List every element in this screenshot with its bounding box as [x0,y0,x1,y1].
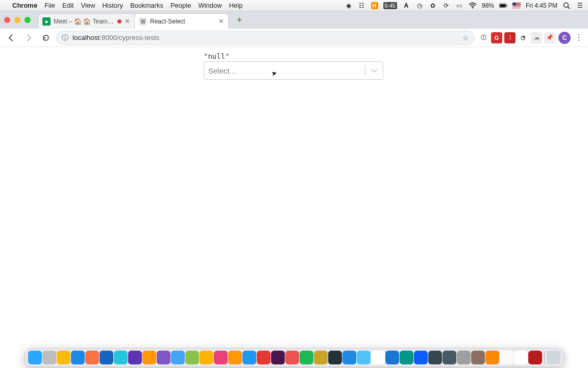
menu-bookmarks[interactable]: Bookmarks [130,2,163,9]
chevron-down-icon[interactable] [370,66,379,75]
dock-preview[interactable] [471,351,485,364]
dock-trash[interactable] [547,351,560,364]
dock-app-grey[interactable] [457,351,471,364]
nav-forward-button[interactable] [21,31,36,45]
chrome-menu-button[interactable]: ⋮ [574,33,584,42]
dock-app-blue3[interactable] [385,351,399,364]
nav-back-button[interactable] [4,31,18,45]
dock-finder[interactable] [28,351,42,364]
status-clock-text[interactable]: Fri 4:45 PM [526,2,557,9]
dock-books[interactable] [228,351,242,364]
menu-view[interactable]: View [81,2,95,9]
tab-audio-indicator-icon[interactable] [117,19,121,24]
status-control-center-icon[interactable]: ☰ [576,2,584,10]
new-tab-button[interactable]: + [232,13,247,27]
browser-tab-react-select[interactable]: ▦ React-Select ✕ [134,13,229,29]
dock-vscode[interactable] [100,351,113,364]
status-wifi-icon[interactable] [469,2,477,10]
dock-app-purple[interactable] [128,351,142,364]
dock-safari[interactable] [71,351,85,364]
tab-favicon-icon: ▦ [139,17,147,26]
dock-mail[interactable] [171,351,185,364]
dock-app-dark[interactable] [428,351,442,364]
dock-appstore[interactable] [242,351,256,364]
select-placeholder: Select... [208,66,361,75]
dock-app-sky[interactable] [114,351,128,364]
menu-window[interactable]: Window [198,2,222,9]
dock-firefox[interactable] [85,351,99,364]
dock-app-red2[interactable] [285,351,299,364]
lastpass-extension[interactable]: ⋮ [504,32,516,43]
status-display-icon[interactable]: ▭ [455,2,463,10]
window-zoom-button[interactable] [24,17,31,23]
status-spotlight-icon[interactable] [562,2,571,10]
dock-app-blue2[interactable] [342,351,356,364]
dock-chrome[interactable] [57,351,70,364]
dock-app-amber[interactable] [200,351,213,364]
tab-favicon-icon: ● [42,17,51,26]
menu-file[interactable]: File [44,2,55,9]
dock-zoom[interactable] [414,351,428,364]
dock-app-deeppurple[interactable] [157,351,170,364]
tab-close-button[interactable]: ✕ [125,18,130,25]
dock-slack[interactable] [271,351,285,364]
dock-notion[interactable] [514,351,528,364]
status-clock-icon[interactable]: ◷ [415,2,424,10]
dock-calendar[interactable] [371,351,385,364]
gns-extension[interactable]: G [491,32,502,43]
extension-tray: ⓘG⋮◔☁📌 [478,32,555,43]
dock-launchpad[interactable] [42,351,56,364]
status-shield-icon[interactable]: ✿ [429,2,437,10]
dock-app-gold[interactable] [314,351,328,364]
nav-reload-button[interactable] [39,31,53,45]
status-dropbox-icon[interactable]: ☷ [358,2,366,10]
menu-edit[interactable]: Edit [62,2,74,9]
svg-point-0 [472,7,473,8]
ghost-extension[interactable]: ☁ [531,32,542,43]
browser-tab-meet[interactable]: ● Meet – 🏠 🏠 Teamweek w ✕ [38,13,135,29]
chrome-tabstrip: ● Meet – 🏠 🏠 Teamweek w ✕ ▦ React-Select… [0,11,588,29]
bookmark-star-icon[interactable]: ☆ [462,34,469,42]
dock-spotify[interactable] [300,351,313,364]
dock-app-orange[interactable] [142,351,156,364]
dock-terminal[interactable] [328,351,342,364]
active-app-name[interactable]: Chrome [12,2,37,9]
dock-app-red3[interactable] [528,351,542,364]
tab-title: React-Select [150,18,215,25]
react-select-control[interactable]: Select... [204,61,383,80]
tab-close-button[interactable]: ✕ [218,18,224,25]
site-info-icon[interactable]: ⓘ [62,33,68,42]
dock-itunes[interactable] [214,351,228,364]
status-timer-badge[interactable]: 6:45 [383,2,397,9]
status-input-flag-icon[interactable] [512,3,521,8]
dock-notes[interactable] [500,351,513,364]
menu-people[interactable]: People [170,2,191,9]
window-close-button[interactable] [4,17,10,23]
status-battery-icon[interactable] [499,2,507,10]
dock-app-red[interactable] [257,351,271,364]
status-battery-text[interactable]: 98% [482,2,494,9]
state-value-text: "null" [204,52,230,60]
window-minimize-button[interactable] [14,17,20,23]
status-record-icon[interactable]: ◉ [345,2,353,10]
menu-help[interactable]: Help [229,2,243,9]
svg-rect-3 [506,5,507,6]
svg-rect-2 [500,4,505,7]
dock-screenshot[interactable] [443,351,456,364]
status-app-a-icon[interactable]: A [402,2,410,10]
dock-maps[interactable] [185,351,199,364]
status-h-badge[interactable]: H [371,2,378,9]
profile-avatar[interactable]: C [558,32,571,44]
dock-app-teal[interactable] [400,351,413,364]
dock-app-h[interactable] [485,351,499,364]
menu-history[interactable]: History [102,2,122,9]
page-viewport: "null" Select... ➤ [0,47,588,346]
chrome-toolbar: ⓘ localhost:8000/cypress-tests ☆ ⓘG⋮◔☁📌 … [0,29,588,47]
address-bar[interactable]: ⓘ localhost:8000/cypress-tests ☆ [56,31,475,45]
pin-extension[interactable]: 📌 [544,32,555,43]
status-sync-icon[interactable]: ⟳ [442,2,450,10]
info-extension[interactable]: ⓘ [478,32,489,43]
macos-dock [24,348,564,367]
clock-extension[interactable]: ◔ [518,32,529,43]
dock-app-sky2[interactable] [357,351,371,364]
